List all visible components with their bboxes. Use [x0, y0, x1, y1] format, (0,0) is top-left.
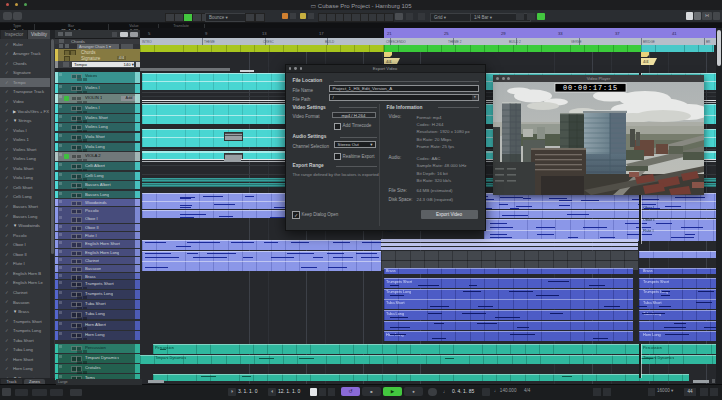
svg-text:00:00:17:15: 00:00:17:15	[563, 84, 618, 92]
